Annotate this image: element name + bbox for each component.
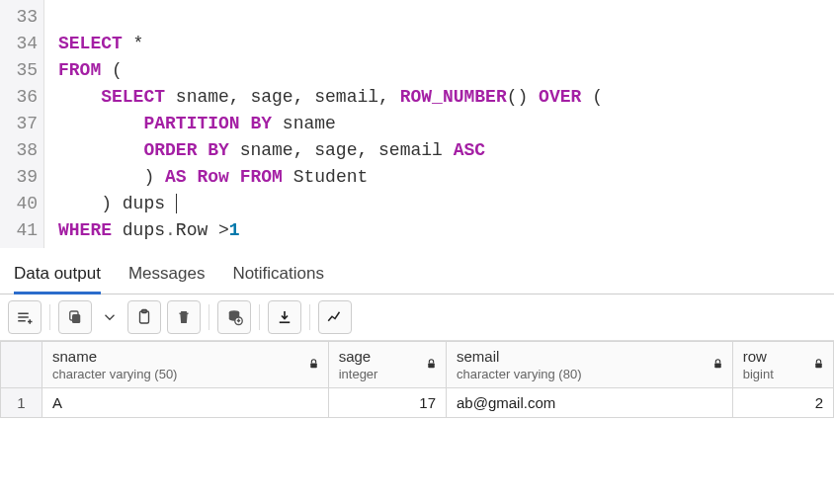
download-button[interactable] (268, 300, 301, 334)
lock-icon (307, 357, 320, 374)
tab-data-output[interactable]: Data output (14, 264, 101, 294)
line-number: 41 (10, 217, 38, 244)
line-number: 39 (10, 164, 38, 191)
paste-button[interactable] (127, 300, 161, 334)
tab-notifications[interactable]: Notifications (232, 264, 324, 294)
column-header-sname[interactable]: snamecharacter varying (50) (42, 342, 329, 388)
column-type: bigint (743, 367, 774, 381)
table-row[interactable]: 1A17ab@gmail.com2 (1, 388, 834, 418)
line-number: 35 (10, 57, 38, 84)
column-type: character varying (50) (52, 367, 177, 381)
chart-button[interactable] (318, 300, 352, 334)
results-table[interactable]: snamecharacter varying (50)sageintegerse… (0, 341, 834, 418)
line-number: 40 (10, 191, 38, 217)
tab-messages[interactable]: Messages (128, 264, 205, 294)
lock-icon (425, 357, 438, 374)
text-cursor (176, 194, 177, 213)
line-gutter: 333435363738394041 (0, 0, 44, 248)
column-type: character varying (80) (457, 367, 581, 381)
cell-semail[interactable]: ab@gmail.com (447, 388, 733, 418)
line-number: 38 (10, 137, 38, 164)
code-line[interactable] (58, 4, 603, 31)
results-toolbar (0, 294, 834, 341)
row-number-header (1, 342, 42, 388)
column-name: row (743, 348, 823, 365)
column-header-sage[interactable]: sageinteger (328, 342, 446, 388)
delete-button[interactable] (167, 300, 201, 334)
code-area[interactable]: SELECT *FROM ( SELECT sname, sage, semai… (44, 0, 603, 248)
line-number: 34 (10, 31, 38, 57)
code-line[interactable]: ) dups (58, 191, 603, 217)
column-name: sage (339, 348, 436, 365)
code-line[interactable]: ) AS Row FROM Student (58, 164, 603, 191)
lock-icon (812, 357, 825, 374)
separator (259, 304, 260, 330)
code-line[interactable]: WHERE dups.Row >1 (58, 217, 603, 244)
sql-editor[interactable]: 333435363738394041 SELECT *FROM ( SELECT… (0, 0, 834, 248)
lock-icon (711, 357, 724, 374)
dropdown-button[interactable] (98, 300, 122, 334)
svg-rect-0 (72, 314, 80, 323)
separator (208, 304, 209, 330)
line-number: 37 (10, 111, 38, 137)
separator (49, 304, 50, 330)
svg-rect-6 (310, 363, 317, 368)
save-data-button[interactable] (217, 300, 251, 334)
svg-rect-7 (428, 363, 435, 368)
column-header-row[interactable]: rowbigint (732, 342, 833, 388)
code-line[interactable]: SELECT sname, sage, semail, ROW_NUMBER()… (58, 84, 603, 111)
column-header-semail[interactable]: semailcharacter varying (80) (447, 342, 733, 388)
code-line[interactable]: ORDER BY sname, sage, semail ASC (58, 137, 603, 164)
code-line[interactable]: PARTITION BY sname (58, 111, 603, 137)
cell-sage[interactable]: 17 (328, 388, 446, 418)
copy-button[interactable] (58, 300, 92, 334)
result-tabs: Data outputMessagesNotifications (0, 254, 834, 294)
code-line[interactable]: FROM ( (58, 57, 603, 84)
column-name: semail (457, 348, 722, 365)
add-row-button[interactable] (8, 300, 42, 334)
line-number: 33 (10, 4, 38, 31)
svg-rect-9 (815, 363, 822, 368)
separator (309, 304, 310, 330)
line-number: 36 (10, 84, 38, 111)
code-line[interactable]: SELECT * (58, 31, 603, 57)
row-number: 1 (1, 388, 42, 418)
svg-rect-8 (714, 363, 721, 368)
column-name: sname (52, 348, 318, 365)
cell-sname[interactable]: A (42, 388, 329, 418)
column-type: integer (339, 367, 378, 381)
cell-row[interactable]: 2 (732, 388, 833, 418)
